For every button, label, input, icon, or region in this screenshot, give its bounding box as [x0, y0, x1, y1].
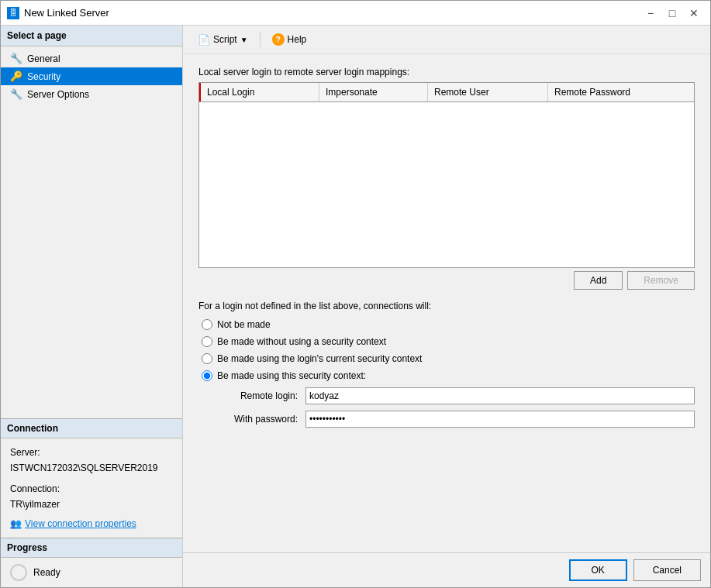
connection-label: Connection:	[10, 483, 60, 494]
script-button[interactable]: 📄 Script ▼	[191, 31, 255, 49]
select-page-header: Select a page	[1, 26, 182, 46]
help-label: Help	[288, 34, 307, 45]
window-title: New Linked Server	[24, 7, 640, 19]
title-controls: − □ ✕	[640, 5, 704, 22]
sidebar-item-server-options-label: Server Options	[27, 89, 89, 100]
password-input[interactable]	[305, 411, 695, 428]
main-content: Local server login to remote server logi…	[183, 54, 710, 552]
title-bar: 🗄 New Linked Server − □ ✕	[1, 1, 710, 26]
view-connection-link[interactable]: 👥 View connection properties	[10, 516, 173, 531]
radio-not-be-made-input[interactable]	[202, 319, 212, 330]
connection-link-label: View connection properties	[25, 516, 136, 531]
help-button[interactable]: ? Help	[265, 30, 314, 49]
password-row: With password:	[220, 411, 695, 428]
window-icon: 🗄	[7, 7, 19, 19]
connections-description: For a login not defined in the list abov…	[198, 301, 695, 311]
maximize-button[interactable]: □	[662, 5, 682, 22]
radio-current-context[interactable]: Be made using the login's current securi…	[202, 353, 695, 364]
progress-section: Progress Ready	[1, 538, 182, 587]
radio-without-security-input[interactable]	[202, 336, 212, 347]
progress-header: Progress	[1, 538, 182, 558]
close-button[interactable]: ✕	[684, 5, 704, 22]
sidebar: Select a page 🔧 General 🔑 Security 🔧 Ser…	[1, 26, 183, 587]
minimize-button[interactable]: −	[640, 5, 661, 22]
content-area: Select a page 🔧 General 🔑 Security 🔧 Ser…	[1, 26, 710, 587]
remote-login-row: Remote login:	[220, 387, 695, 404]
connection-label-text: Connection: TR\yilmazer	[10, 481, 173, 513]
sidebar-items: 🔧 General 🔑 Security 🔧 Server Options	[1, 46, 182, 106]
cancel-button[interactable]: Cancel	[633, 559, 701, 581]
login-mapping-section: Local server login to remote server logi…	[198, 67, 695, 290]
sidebar-item-general[interactable]: 🔧 General	[1, 50, 182, 67]
general-icon: 🔧	[10, 53, 22, 64]
add-button[interactable]: Add	[574, 271, 623, 290]
remove-button[interactable]: Remove	[627, 271, 695, 290]
toolbar-separator	[260, 32, 261, 47]
col-local-login: Local Login	[199, 83, 319, 101]
progress-content: Ready	[1, 558, 182, 587]
col-remote-password: Remote Password	[548, 83, 694, 101]
connection-link-icon: 👥	[10, 516, 22, 531]
toolbar: 📄 Script ▼ ? Help	[183, 26, 710, 54]
help-icon: ?	[272, 33, 285, 46]
server-label: Server:	[10, 447, 40, 458]
connection-value: TR\yilmazer	[10, 499, 60, 510]
radio-without-security-label: Be made without using a security context	[217, 336, 386, 347]
login-table[interactable]: Local Login Impersonate Remote User Remo…	[198, 82, 695, 268]
sidebar-item-general-label: General	[27, 53, 60, 64]
login-mapping-label: Local server login to remote server logi…	[198, 67, 695, 77]
server-value: ISTWCN172032\SQLSERVER2019	[10, 462, 158, 473]
bottom-bar: OK Cancel	[183, 552, 710, 587]
main-window: 🗄 New Linked Server − □ ✕ Select a page …	[0, 0, 711, 588]
sidebar-item-security-label: Security	[27, 71, 60, 82]
radio-current-context-label: Be made using the login's current securi…	[217, 353, 422, 364]
radio-group: Not be made Be made without using a secu…	[202, 319, 695, 381]
connection-header: Connection	[1, 419, 182, 438]
sidebar-item-security[interactable]: 🔑 Security	[1, 67, 182, 85]
script-dropdown-icon: ▼	[240, 36, 248, 44]
progress-status: Ready	[33, 567, 60, 578]
remote-login-input[interactable]	[305, 387, 695, 404]
sidebar-item-server-options[interactable]: 🔧 Server Options	[1, 85, 182, 103]
context-fields: Remote login: With password:	[220, 387, 695, 428]
table-header: Local Login Impersonate Remote User Remo…	[199, 83, 694, 102]
connection-section: Connection Server: ISTWCN172032\SQLSERVE…	[1, 418, 182, 538]
col-remote-user: Remote User	[428, 83, 548, 101]
server-label-text: Server: ISTWCN172032\SQLSERVER2019	[10, 445, 173, 476]
main-panel: 📄 Script ▼ ? Help Local server login to …	[183, 26, 710, 587]
radio-this-context-label: Be made using this security context:	[217, 370, 366, 381]
radio-not-be-made[interactable]: Not be made	[202, 319, 695, 330]
col-impersonate: Impersonate	[319, 83, 428, 101]
radio-current-context-input[interactable]	[202, 353, 212, 364]
password-label: With password:	[220, 414, 298, 425]
radio-this-context-input[interactable]	[202, 370, 212, 381]
radio-this-context[interactable]: Be made using this security context:	[202, 370, 695, 381]
script-icon: 📄	[198, 34, 210, 46]
server-options-icon: 🔧	[10, 88, 22, 100]
radio-not-be-made-label: Not be made	[217, 319, 271, 330]
script-label: Script	[213, 34, 237, 45]
progress-spinner	[10, 564, 27, 581]
connection-info: Server: ISTWCN172032\SQLSERVER2019 Conne…	[1, 438, 182, 538]
radio-without-security[interactable]: Be made without using a security context	[202, 336, 695, 347]
remote-login-label: Remote login:	[220, 390, 298, 401]
connections-section: For a login not defined in the list abov…	[198, 301, 695, 428]
table-actions: Add Remove	[198, 271, 695, 290]
table-body	[199, 102, 694, 263]
ok-button[interactable]: OK	[569, 559, 627, 581]
security-icon: 🔑	[10, 70, 22, 82]
